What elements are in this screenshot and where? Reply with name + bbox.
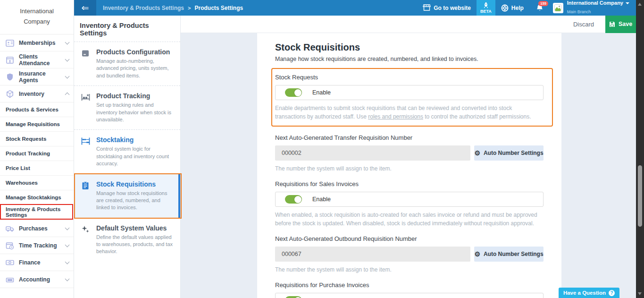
settings-item-stock-requisitions[interactable]: Stock Requisitions Manage how stock requ…	[74, 174, 180, 218]
beta-button[interactable]: BETA	[477, 0, 495, 16]
settings-nav-panel: Inventory & Products Settings Products C…	[74, 16, 181, 298]
sidebar-item-label: Purchases	[19, 225, 66, 232]
breadcrumb: Inventory & Products Settings > Products…	[103, 0, 243, 16]
settings-item-products-configuration[interactable]: Products Configuration Manage auto-numbe…	[74, 42, 180, 85]
breadcrumb-current: Products Settings	[194, 5, 243, 11]
sidebar-item-label: Insurance Agents	[19, 70, 66, 84]
sidebar-subitem-price-list[interactable]: Price List	[0, 161, 74, 176]
sidebar-item-finance[interactable]: Finance	[0, 254, 74, 271]
attendance-calendar-icon	[5, 55, 15, 65]
sales-invoices-hint: When enabled, a stock requisition is aut…	[275, 211, 544, 228]
sidebar-item-insurance-agents[interactable]: Insurance Agents	[0, 68, 74, 85]
chevron-down-icon	[65, 259, 70, 264]
archive-box-icon	[81, 48, 91, 79]
sidebar-subitem-label: Price List	[6, 165, 30, 171]
beta-label: BETA	[480, 9, 492, 14]
settings-item-desc: Manage how stock requisitions are create…	[96, 190, 175, 212]
id-card-icon	[5, 38, 15, 48]
settings-panel-title: Inventory & Products Settings	[74, 16, 180, 42]
cash-icon	[5, 275, 15, 284]
chevron-down-icon	[65, 57, 70, 61]
sidebar-item-clients-attendance[interactable]: Clients Attendance	[0, 51, 74, 68]
chevron-down-icon	[65, 242, 70, 247]
floppy-disk-icon	[609, 21, 615, 27]
auto-number-settings-label: Auto Number Settings	[484, 150, 544, 156]
settings-item-desc: Define the default values applied to war…	[96, 234, 175, 255]
discard-button[interactable]: Discard	[573, 21, 594, 28]
hint-text: to control the authorized staff permissi…	[423, 113, 531, 120]
outbound-auto-number-settings-button[interactable]: ⚙ Auto Number Settings	[474, 247, 544, 262]
sidebar-subitem-manage-requisitions[interactable]: Manage Requisitions	[0, 117, 74, 132]
sidebar-item-accounting[interactable]: Accounting	[0, 271, 74, 288]
sidebar-item-label: Time Tracking	[19, 242, 66, 249]
sales-invoices-toggle[interactable]	[285, 195, 302, 204]
sidebar-item-label: Memberships	[19, 40, 66, 46]
stock-requests-toggle-box: Enable	[275, 85, 544, 100]
settings-item-default-system-values[interactable]: Default System Values Define the default…	[74, 218, 180, 262]
question-button-label: Have a Question	[563, 290, 606, 296]
action-bar: Discard Save	[181, 16, 636, 33]
banknote-icon	[5, 258, 15, 267]
settings-item-product-tracking[interactable]: Product Tracking Set up tracking rules a…	[74, 85, 180, 129]
notifications-button[interactable]: 155	[529, 0, 550, 16]
settings-item-stocktaking[interactable]: Stocktaking Control system logic for sto…	[74, 129, 180, 173]
save-button[interactable]: Save	[605, 16, 636, 33]
shield-icon	[5, 72, 15, 82]
purchase-invoices-toggle[interactable]	[285, 296, 302, 298]
sidebar-item-label: Clients Attendance	[19, 53, 66, 67]
stock-requisitions-form: Stock Requisitions Manage how stock requ…	[257, 33, 561, 298]
help-label: Help	[511, 5, 524, 11]
toggle-label: Enable	[312, 196, 331, 203]
sidebar-item-time-tracking[interactable]: Time Tracking	[0, 237, 74, 254]
sidebar-item-label: Finance	[19, 259, 66, 266]
sales-invoices-toggle-box: Enable	[275, 192, 544, 207]
company-logo[interactable]: International Company	[0, 0, 74, 34]
sidebar-subitem-label: Warehouses	[6, 180, 38, 186]
sidebar-item-purchases[interactable]: Purchases	[0, 220, 74, 237]
outbound-number-hint: The number the system will assign to the…	[275, 265, 544, 274]
transfer-auto-number-settings-button[interactable]: ⚙ Auto Number Settings	[474, 145, 544, 161]
account-company-name: International Company	[567, 0, 623, 6]
sidebar-item-label: Inventory	[19, 91, 66, 97]
company-name-line1: International	[4, 6, 70, 17]
settings-item-title: Stock Requisitions	[96, 180, 175, 188]
question-mark-icon: ?	[609, 290, 615, 296]
breadcrumb-parent[interactable]: Inventory & Products Settings	[103, 5, 184, 11]
sidebar-subitem-inventory-products-settings[interactable]: Inventory & Products Settings	[0, 205, 74, 220]
gear-icon: ⚙	[474, 150, 480, 156]
sidebar-subitem-warehouses[interactable]: Warehouses	[0, 176, 74, 190]
company-account-switcher[interactable]: International Company Main Branch	[550, 0, 636, 16]
sidebar-subitem-label: Products & Services	[6, 107, 59, 112]
settings-item-desc: Control system logic for stocktaking and…	[96, 145, 175, 167]
purchase-invoices-label: Requisitions for Purchase Invoices	[275, 281, 544, 289]
transfer-number-hint: The number the system will assign to the…	[275, 164, 544, 173]
sparkles-icon	[81, 224, 91, 255]
sidebar-subitem-manage-stocktakings[interactable]: Manage Stocktakings	[0, 190, 74, 205]
back-button[interactable]: ⇐	[74, 0, 96, 16]
sidebar-subitem-products-services[interactable]: Products & Services	[0, 102, 74, 117]
stock-requests-toggle[interactable]	[285, 88, 302, 97]
help-button[interactable]: Help	[495, 0, 529, 16]
sidebar: International Company Memberships Client…	[0, 0, 74, 298]
roles-and-permissions-link[interactable]: roles and permissions	[368, 113, 423, 120]
scroll-down-arrow-icon[interactable]	[638, 292, 642, 295]
transfer-number-input[interactable]	[275, 145, 470, 161]
account-branch-name: Main Branch	[567, 9, 591, 14]
chevron-down-icon	[65, 225, 70, 230]
scrollbar-thumb[interactable]	[638, 165, 642, 227]
scroll-up-arrow-icon[interactable]	[638, 3, 642, 6]
sidebar-subitem-product-tracking[interactable]: Product Tracking	[0, 146, 74, 161]
go-to-website-button[interactable]: Go to website	[417, 0, 477, 16]
sidebar-subitem-stock-requests[interactable]: Stock Requests	[0, 132, 74, 146]
page-scrollbar[interactable]	[636, 0, 644, 298]
sidebar-item-inventory[interactable]: Inventory	[0, 85, 74, 102]
top-navigation-bar: ⇐ Inventory & Products Settings > Produc…	[74, 0, 636, 16]
sidebar-subitem-label: Product Tracking	[6, 151, 50, 156]
have-a-question-button[interactable]: Have a Question ?	[559, 288, 619, 298]
calendar-clock-icon	[5, 241, 15, 250]
caret-down-icon	[626, 2, 629, 4]
sidebar-subitem-label: Inventory & Products Settings	[6, 206, 70, 218]
sidebar-item-memberships[interactable]: Memberships	[0, 34, 74, 51]
settings-item-title: Product Tracking	[96, 92, 175, 100]
outbound-number-input[interactable]	[275, 247, 470, 262]
